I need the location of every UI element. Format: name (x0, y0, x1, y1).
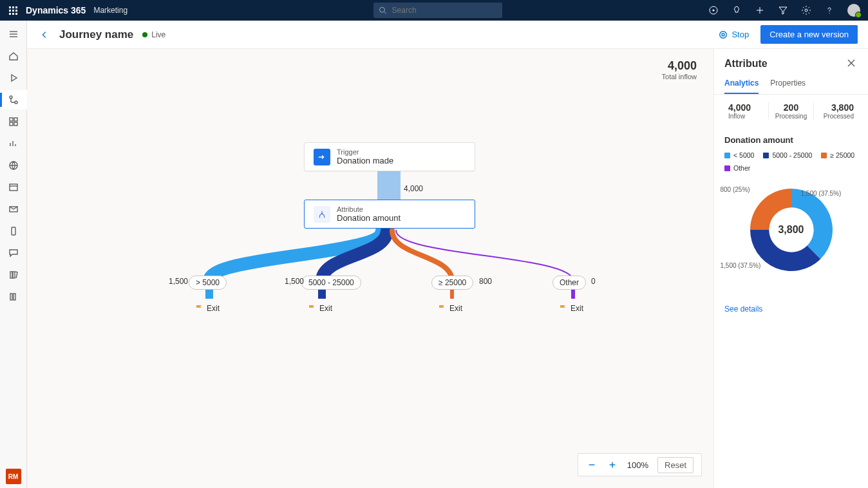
svg-rect-20 (12, 227, 15, 235)
branch-count: 1,500 (285, 277, 304, 286)
zoom-level: 100% (627, 460, 648, 470)
chart-legend: < 50005000 - 25000≥ 25000Other (724, 151, 858, 172)
nav-columns[interactable] (0, 287, 27, 306)
nav-hamburger[interactable] (0, 24, 27, 44)
help-icon[interactable] (824, 5, 835, 15)
panel-title: Attribute (724, 58, 768, 70)
svg-rect-13 (14, 118, 17, 121)
donut-slice-label: 800 (25%) (721, 186, 750, 193)
legend-item: < 5000 (724, 151, 754, 159)
app-launcher-button[interactable] (0, 0, 26, 21)
filter-icon[interactable] (778, 5, 788, 15)
gear-icon[interactable] (801, 5, 811, 15)
svg-rect-15 (14, 122, 17, 126)
svg-rect-14 (10, 122, 13, 126)
nav-mail[interactable] (0, 200, 27, 219)
see-details-link[interactable]: See details (724, 305, 762, 314)
svg-rect-27 (377, 170, 401, 200)
node-type-label: Trigger (337, 148, 393, 156)
flag-icon (438, 305, 446, 312)
nav-rail: RM (0, 21, 27, 488)
svg-point-10 (10, 96, 12, 99)
search-input[interactable] (391, 5, 497, 15)
stat-processed-value: 3,800 (818, 102, 854, 113)
svg-point-11 (15, 101, 17, 104)
chart-title: Donation amount (724, 135, 858, 145)
zoom-in-button[interactable] (607, 459, 618, 471)
exit-node[interactable]: Exit (438, 304, 462, 313)
branch-pill[interactable]: 5000 - 25000 (301, 276, 361, 290)
stat-processed-label: Processed (818, 113, 854, 120)
flag-icon (195, 305, 203, 312)
nav-home[interactable] (0, 46, 27, 66)
svg-rect-23 (10, 294, 12, 300)
branch-pill[interactable]: ≥ 25000 (431, 276, 473, 290)
trunk-count: 4,000 (404, 184, 423, 193)
svg-rect-26 (722, 33, 725, 36)
stat-inflow-label: Inflow (728, 113, 764, 120)
nav-grid[interactable] (0, 112, 27, 131)
nav-insights[interactable] (0, 134, 27, 153)
svg-line-1 (384, 12, 386, 14)
svg-rect-17 (10, 184, 17, 191)
nav-persona-badge[interactable]: RM (6, 469, 21, 484)
exit-node[interactable]: Exit (308, 304, 332, 313)
legend-item: ≥ 25000 (821, 151, 854, 159)
svg-rect-24 (14, 294, 15, 300)
trigger-icon (314, 149, 330, 165)
node-type-label: Attribute (337, 205, 401, 213)
svg-rect-21 (10, 272, 12, 278)
back-button[interactable] (37, 28, 52, 42)
status-indicator: Live (142, 30, 165, 39)
flow-links (27, 49, 713, 319)
nav-play[interactable] (0, 68, 27, 88)
user-avatar[interactable] (847, 4, 860, 17)
global-search[interactable] (373, 3, 502, 18)
nav-chat[interactable] (0, 243, 27, 263)
create-version-button[interactable]: Create a new version (760, 25, 858, 44)
exit-node[interactable]: Exit (195, 304, 220, 313)
plus-icon[interactable] (755, 5, 765, 15)
panel-close-button[interactable] (846, 58, 858, 70)
node-title: Donation amount (337, 213, 401, 223)
flag-icon (559, 305, 567, 312)
panel-tabs: Analytics Properties (714, 73, 868, 95)
svg-point-6 (805, 9, 807, 12)
flag-icon (308, 305, 316, 312)
app-area[interactable]: Marketing (93, 6, 127, 15)
nav-journey[interactable] (0, 90, 27, 109)
status-label: Live (151, 30, 165, 39)
properties-panel: Attribute Analytics Properties 4,000Infl… (713, 49, 868, 488)
branch-count: 800 (479, 277, 492, 286)
branch-icon (314, 206, 330, 223)
branch-pill[interactable]: > 5000 (189, 276, 227, 290)
search-icon (379, 6, 387, 15)
lightbulb-icon[interactable] (731, 5, 742, 15)
close-icon (846, 58, 856, 68)
stop-button[interactable]: Stop (713, 27, 754, 42)
journey-canvas[interactable]: 4,000 Total inflow Trigger Donation made… (27, 49, 713, 488)
nav-mobile[interactable] (0, 221, 27, 241)
stat-processing-value: 200 (773, 102, 809, 113)
app-name: Dynamics 365 (26, 5, 86, 15)
svg-point-3 (713, 10, 715, 12)
waffle-icon (9, 6, 17, 15)
node-attribute[interactable]: Attribute Donation amount (304, 200, 475, 229)
tab-analytics[interactable]: Analytics (724, 73, 759, 94)
global-nav-bar: Dynamics 365 Marketing (0, 0, 868, 21)
exit-node[interactable]: Exit (559, 304, 583, 313)
nav-books[interactable] (0, 265, 27, 285)
nav-template[interactable] (0, 178, 27, 197)
zoom-reset-button[interactable]: Reset (657, 457, 693, 473)
analytics-stats: 4,000Inflow 200Processing 3,800Processed (714, 95, 868, 127)
node-trigger[interactable]: Trigger Donation made (304, 142, 475, 171)
donut-slice-label: 1,500 (37.5%) (801, 190, 842, 197)
branch-pill[interactable]: Other (552, 276, 586, 290)
nav-globe[interactable] (0, 156, 27, 175)
zoom-out-button[interactable] (586, 459, 598, 471)
tab-properties[interactable]: Properties (770, 73, 806, 94)
target-icon[interactable] (708, 5, 719, 15)
stop-icon (719, 30, 728, 39)
donut-slice-label: 1,500 (37.5%) (721, 262, 761, 269)
legend-item: 5000 - 25000 (763, 151, 812, 159)
